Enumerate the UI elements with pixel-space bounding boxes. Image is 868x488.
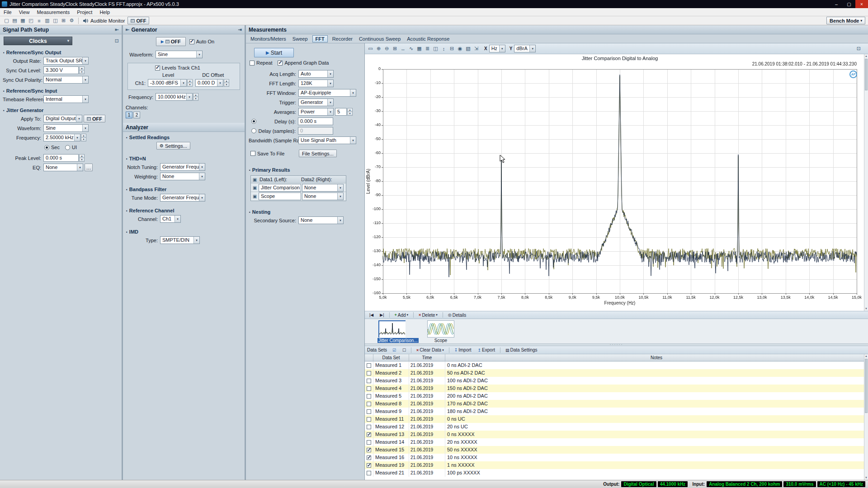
zoom-fit-icon[interactable]: ⊞ [391,45,399,52]
autoscale-icon[interactable]: ↕ [440,45,448,52]
ch1-level-spinner[interactable]: ▲▼ [187,79,193,87]
audible-monitor-off-button[interactable]: OFF [127,17,149,24]
project-navigator-icon[interactable]: ◰ [27,17,35,24]
dataset-notes-cell[interactable]: 150 ns ADI-2 DAC [445,385,868,392]
dataset-checkbox[interactable] [367,425,371,429]
scope-result-field[interactable]: Scope [259,192,301,200]
jitter-apply-to-select[interactable]: Digital Output▾ [43,115,82,122]
dataset-checkbox[interactable] [367,371,371,375]
dataset-checkbox[interactable] [367,379,371,383]
output-rate-select[interactable]: Track Output SR▾ [43,57,89,65]
dataset-notes-cell[interactable]: 1 ns XXXXX [445,461,868,469]
datasets-vertical-scrollbar[interactable]: ▲ ▼ [864,354,868,480]
generator-waveform-select[interactable]: Sine▾ [156,51,203,58]
delay-s-field[interactable]: 0.000 s [298,117,333,125]
levels-track-checkbox[interactable] [155,66,160,70]
export-button[interactable]: ↥ Export [475,347,498,353]
check-all-button[interactable]: ☑ [390,347,399,353]
spinner-down-icon[interactable]: ▼ [79,158,85,162]
grid-icon[interactable]: ▦ [415,45,423,52]
secondary-source-select[interactable]: None▾ [298,216,344,224]
export-graph-icon[interactable]: ⇲ [472,45,480,52]
append-graph-data-checkbox[interactable] [278,61,283,66]
first-graph-button[interactable]: |◀ [367,312,376,319]
tab-monitors-meters[interactable]: Monitors/Meters [249,36,288,42]
clear-data-button[interactable]: × Clear Data ▾ [414,347,447,353]
delay-samples-field[interactable]: 0 [298,127,333,135]
data2-result-select[interactable]: None▾ [302,184,344,192]
auto-on-checkbox[interactable] [189,39,194,44]
dataset-checkbox[interactable] [367,402,371,406]
dataset-notes-cell[interactable]: 20 ns UC [445,423,868,431]
tab-sweep[interactable]: Sweep [291,36,310,42]
dataset-notes-cell[interactable]: 170 ns ADI-2 DAC [445,400,868,408]
jitter-unit-sec-radio[interactable] [44,145,49,150]
table-row[interactable]: Measured 2121.06.2019 01:46:01100 ps XXX… [365,469,868,477]
uncheck-all-button[interactable]: ☐ [400,347,409,353]
clocks-select[interactable]: Clocks ▼ [4,37,72,45]
table-row[interactable]: Measured 1621.06.2019 01:42:3310 ns XXXX… [365,454,868,461]
time-column-header[interactable]: Time [409,354,445,361]
table-row[interactable]: Measured 521.06.2019 01:02:11200 ns ADI-… [365,392,868,400]
thumbnail-scope[interactable]: Scope [426,320,455,344]
settings-icon[interactable]: ⚙ [68,17,75,24]
sync-out-polarity-select[interactable]: Normal▾ [43,76,89,84]
monitor-icon[interactable]: ⊞ [60,17,67,24]
dataset-notes-cell[interactable]: 50 ns ADI-2 DAC [445,369,868,377]
jitter-frequency-spinner[interactable]: ▲▼ [81,134,86,141]
spinner-down-icon[interactable]: ▼ [187,83,193,87]
fft-spectrum-canvas[interactable] [365,54,863,311]
ch1-dc-offset-spinner[interactable]: ▲▼ [224,79,229,87]
averages-count-field[interactable]: 5 [335,108,347,116]
dataset-notes-cell[interactable]: 10 ns XXXXX [445,454,868,461]
scope-data2-select[interactable]: None▾ [302,192,344,200]
sync-out-level-field[interactable]: 3.300 V [43,66,79,74]
expand-graph-icon[interactable]: ⊡ [857,46,861,52]
repeat-checkbox[interactable] [250,61,255,66]
table-row[interactable]: Measured 821.06.2019 01:03:54170 ns ADI-… [365,400,868,408]
open-project-icon[interactable]: ▤ [11,17,19,24]
dataset-notes-cell[interactable]: 0 ns UC [445,415,868,423]
scroll-down-icon[interactable]: ▼ [864,476,868,480]
collapse-left-icon[interactable]: ⇤ [126,27,129,32]
dataset-checkbox[interactable] [367,471,371,475]
annotate-icon[interactable]: ◉ [456,45,464,52]
dataset-checkbox[interactable] [367,455,371,460]
dataset-checkbox[interactable] [367,432,371,437]
table-row[interactable]: Measured 1321.06.2019 01:38:020 ns XXXXX [365,431,868,438]
reference-channel-select[interactable]: Ch1▾ [160,215,181,223]
close-button[interactable]: × [855,0,868,8]
menu-help[interactable]: Help [96,8,113,16]
add-graph-button[interactable]: + Add ▾ [392,312,411,319]
table-row[interactable]: Measured 121.06.2019 00:58:190 ns ADI-2 … [365,361,868,369]
generator-frequency-spinner[interactable]: ▲▼ [193,93,198,101]
ch1-level-select[interactable]: -3.000 dBFS▾ [148,79,187,87]
dataset-checkbox[interactable] [367,409,371,414]
jitter-off-button[interactable]: OFF [84,115,105,122]
tune-mode-select[interactable]: Generator Frequency▾ [160,194,205,202]
averages-count-spinner[interactable]: ▲▼ [347,108,353,116]
split-view-icon[interactable]: ◫ [432,45,439,52]
spinner-down-icon[interactable]: ▼ [224,83,229,87]
dataset-notes-cell[interactable]: 100 ps XXXXX [445,469,868,477]
dataset-checkbox[interactable] [367,386,371,391]
dataset-checkbox[interactable] [367,463,371,468]
dataset-notes-cell[interactable]: 0 ns XXXXX [445,431,868,438]
details-button[interactable]: ◎ Details [445,312,469,319]
eq-browse-button[interactable]: … [85,164,93,171]
import-button[interactable]: ↧ Import [452,347,474,353]
channel-2-button[interactable]: 2 [133,112,140,118]
acq-length-select[interactable]: Auto▾ [298,70,334,78]
dataset-checkbox[interactable] [367,440,371,445]
tab-fft[interactable]: FFT [312,35,328,42]
dataset-checkbox[interactable] [367,363,371,368]
fft-length-select[interactable]: 128K▾ [298,80,334,87]
table-row[interactable]: Measured 1921.06.2019 01:44:331 ns XXXXX [365,461,868,469]
graph-vertical-scrollbar[interactable]: ▲ ▼ [864,54,868,311]
spinner-down-icon[interactable]: ▼ [81,137,86,141]
channel-1-button[interactable]: 1 [126,112,132,118]
generator-off-button[interactable]: ▶ OFF [156,37,186,46]
layout-icon[interactable]: ◫ [52,17,59,24]
zoom-in-icon[interactable]: ⊕ [375,45,382,52]
zoom-out-icon[interactable]: ⊖ [383,45,391,52]
